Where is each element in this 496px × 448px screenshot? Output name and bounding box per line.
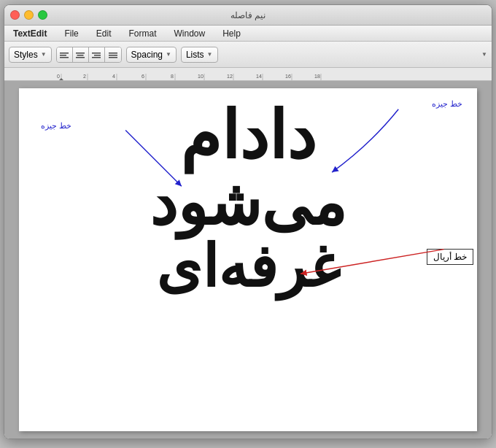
styles-dropdown-arrow: ▼ (41, 51, 47, 58)
svg-rect-7 (94, 55, 101, 56)
menu-textedit[interactable]: TextEdit (10, 27, 50, 40)
svg-rect-10 (109, 55, 117, 56)
menu-bar: TextEdit File Edit Format Window Help (4, 26, 492, 42)
styles-label: Styles (14, 50, 38, 60)
svg-text:12: 12 (227, 74, 233, 79)
svg-rect-4 (77, 55, 84, 56)
minimize-button[interactable] (24, 10, 34, 20)
menu-edit[interactable]: Edit (93, 27, 115, 40)
annotation-top-right: خط جیزه (432, 99, 462, 109)
svg-rect-0 (60, 53, 69, 54)
text-line-1[interactable]: داد‌ام (180, 103, 316, 169)
svg-text:6: 6 (142, 74, 144, 79)
svg-rect-8 (92, 57, 101, 58)
svg-rect-6 (92, 53, 101, 54)
menu-file[interactable]: File (61, 27, 81, 40)
ruler-svg: 0 2 4 6 8 10 12 14 16 18 (4, 68, 492, 81)
align-center-button[interactable] (73, 47, 89, 63)
svg-rect-5 (76, 57, 85, 58)
text-line-2[interactable]: می‌شود (150, 172, 346, 234)
menu-window[interactable]: Window (171, 27, 209, 40)
spacing-dropdown-arrow: ▼ (166, 51, 171, 58)
document-area: داد‌ام می‌شود غرفه‌ای خط جیزه خط جیزه خط… (4, 81, 492, 439)
text-area[interactable]: داد‌ام می‌شود غرفه‌ای (19, 88, 477, 431)
spacing-dropdown[interactable]: Spacing ▼ (126, 47, 177, 63)
lists-label: Lists (186, 50, 204, 60)
align-center-icon (76, 52, 85, 59)
svg-rect-3 (76, 53, 85, 54)
page[interactable]: داد‌ام می‌شود غرفه‌ای خط جیزه خط جیزه خط… (19, 88, 477, 431)
svg-text:2: 2 (83, 74, 86, 79)
align-left-icon (60, 52, 69, 59)
app-window: نیم فاصله TextEdit File Edit Format Wind… (4, 4, 492, 439)
svg-text:16: 16 (285, 74, 291, 79)
toolbar: Styles ▼ (4, 42, 492, 68)
ruler: 0 2 4 6 8 10 12 14 16 18 (4, 68, 492, 81)
maximize-button[interactable] (38, 10, 47, 20)
toolbar-collapse-arrow[interactable]: ▼ (481, 51, 487, 58)
align-justify-button[interactable] (105, 47, 121, 63)
close-button[interactable] (10, 10, 20, 20)
lists-dropdown[interactable]: Lists ▼ (181, 47, 218, 63)
arial-label: خط أريال (427, 249, 473, 265)
menu-format[interactable]: Format (125, 27, 159, 40)
align-group (56, 47, 122, 63)
styles-dropdown[interactable]: Styles ▼ (9, 47, 52, 63)
svg-text:18: 18 (314, 74, 320, 79)
svg-text:14: 14 (256, 74, 262, 79)
traffic-lights (10, 10, 47, 20)
window-title: نیم فاصله (230, 10, 266, 20)
align-justify-icon (109, 52, 117, 59)
text-line-3[interactable]: غرفه‌ای (156, 238, 340, 296)
svg-rect-9 (109, 53, 117, 54)
svg-rect-11 (109, 57, 117, 58)
align-right-button[interactable] (89, 47, 105, 63)
svg-text:4: 4 (112, 74, 115, 79)
svg-text:8: 8 (171, 74, 174, 79)
svg-text:10: 10 (198, 74, 204, 79)
align-right-icon (92, 52, 101, 59)
menu-help[interactable]: Help (220, 27, 244, 40)
lists-dropdown-arrow: ▼ (207, 51, 213, 58)
spacing-label: Spacing (131, 50, 163, 60)
title-bar: نیم فاصله (4, 5, 492, 26)
svg-rect-2 (60, 57, 69, 58)
svg-text:0: 0 (57, 74, 60, 79)
align-left-button[interactable] (57, 47, 73, 63)
svg-rect-1 (60, 55, 66, 56)
annotation-top-left: خط جیزه (41, 121, 71, 131)
